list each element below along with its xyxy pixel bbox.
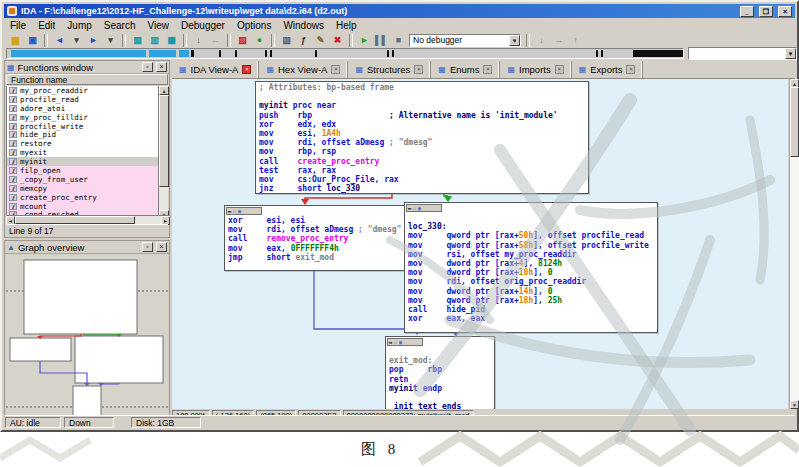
function-icon-toolbar[interactable]: ƒ [296,34,311,47]
tab-close-icon[interactable]: × [414,65,423,74]
functions-panel-titlebar[interactable]: ▦ Functions window ▫ × [5,61,169,74]
tab-close-icon[interactable]: × [555,65,564,74]
node-frame-icon[interactable]: ▫ [394,339,397,345]
navband-scale-combo[interactable]: ▼ [688,47,797,60]
menu-help[interactable]: Help [330,20,363,31]
tab-enums[interactable]: ▦Enums× [431,61,500,78]
graph-vertical-scrollbar[interactable]: ▲ ▼ [789,79,799,409]
breakpoints-icon[interactable]: ▧ [279,34,294,47]
scrollbar-thumb[interactable] [790,87,799,157]
node-color-icon[interactable]: ▣ [399,339,402,345]
menu-windows[interactable]: Windows [277,20,330,31]
node-collapse-icon[interactable]: ▬ [389,339,392,345]
tab-close-icon[interactable]: × [242,65,251,74]
tab-exports[interactable]: ▦Exports× [572,61,644,78]
cancel-icon[interactable]: ✖ [330,34,345,47]
menu-debugger[interactable]: Debugger [175,20,231,31]
basic-block-myinit-entry[interactable]: ; Attributes: bp-based frame myinit proc… [255,81,589,194]
node-titlebar[interactable]: ▬▫▣ [406,204,442,212]
jump-window-icon[interactable]: ▤ [130,34,145,47]
node-titlebar[interactable]: ▬▫▣ [226,207,262,215]
start-process-icon[interactable]: ► [357,34,372,47]
menu-file[interactable]: File [4,20,32,31]
close-icon[interactable]: × [156,62,167,72]
node-frame-icon[interactable]: ▫ [413,205,416,211]
dock-icon[interactable]: ▫ [142,242,153,252]
function-row-restore[interactable]: frestore [7,139,161,148]
function-row-procfile_read[interactable]: fprocfile_read [7,95,161,104]
overview-panel-titlebar[interactable]: ▲ Graph overview ▫ × [5,241,169,254]
node-collapse-icon[interactable]: ▬ [228,208,231,214]
menu-options[interactable]: Options [231,20,277,31]
combo-dropdown-icon[interactable]: ▼ [785,48,796,59]
minimize-button[interactable]: _ [740,6,754,17]
forward-dropdown-icon[interactable]: ▾ [103,34,118,47]
desktop-icon[interactable]: ▦ [164,34,179,47]
tab-close-icon[interactable]: × [626,65,635,74]
stop-process-icon[interactable]: ■ [391,34,406,47]
save-icon[interactable]: ▣ [25,34,40,47]
combo-dropdown-icon[interactable]: ▼ [509,35,520,46]
basic-block-loc-330[interactable]: ▬▫▣ loc_330:mov qword ptr [rax+50h], off… [404,202,658,333]
function-row-memcpy[interactable]: fmemcpy [7,184,161,193]
scroll-down-icon[interactable]: ▼ [790,400,799,409]
undo-jump-icon[interactable]: ← [208,34,223,47]
debugger-selector-combo[interactable]: No debugger▼ [409,34,521,47]
pause-process-icon[interactable]: ▌▌ [374,34,389,47]
function-row-_copy_from_user[interactable]: f_copy_from_user [7,175,161,184]
function-row-my_proc_filldir[interactable]: fmy_proc_filldir [7,113,161,122]
windows-list-icon[interactable]: ▥ [147,34,162,47]
node-color-icon[interactable]: ▣ [238,208,241,214]
close-button[interactable]: × [778,6,792,17]
open-file-icon[interactable]: ▆ [8,34,23,47]
node-frame-icon[interactable]: ▫ [233,208,236,214]
step-into-icon[interactable]: ↓ [534,34,549,47]
function-row-myexit[interactable]: fmyexit [7,148,161,157]
menu-search[interactable]: Search [98,20,142,31]
node-titlebar[interactable]: ▬▫▣ [387,338,423,346]
dock-icon[interactable]: ▫ [142,62,153,72]
function-row-myinit[interactable]: fmyinit [7,157,161,166]
function-row-create_proc_entry[interactable]: fcreate_proc_entry [7,193,161,202]
function-row-hide_pid[interactable]: fhide_pid [7,130,161,139]
run-until-return-icon[interactable]: ↑ [568,34,583,47]
functions-vertical-scrollbar[interactable]: ▲ ▼ [158,86,168,219]
basic-block-error-path[interactable]: ▬▫▣xor esi, esimov rdi, offset aDmesg ; … [224,205,406,271]
menu-jump[interactable]: Jump [61,20,97,31]
tab-ida-view-a[interactable]: ▦IDA View-A× [172,61,259,78]
scroll-up-icon[interactable]: ▲ [159,86,169,95]
graph-overview-canvas[interactable] [6,255,168,415]
tab-imports[interactable]: ▦Imports× [500,61,571,78]
menu-edit[interactable]: Edit [32,20,61,31]
function-row-adore_atoi[interactable]: fadore_atoi [7,104,161,113]
basic-block-exit-mod[interactable]: ▬▫▣ exit_mod:pop rbpretnmyinit endp _ini… [385,336,495,409]
menu-view[interactable]: View [142,20,176,31]
tab-close-icon[interactable]: × [483,65,492,74]
functions-horizontal-scrollbar[interactable]: ◄ ► [6,215,170,224]
function-row-procfile_write[interactable]: fprocfile_write [7,122,161,131]
graph-view[interactable]: ; Attributes: bp-based frame myinit proc… [172,79,788,409]
scrollbar-thumb[interactable] [159,95,169,187]
scrollbar-thumb[interactable] [15,216,135,224]
function-row-my_proc_readdir[interactable]: fmy_proc_readdir [7,86,161,95]
tab-close-icon[interactable]: × [331,65,340,74]
function-row-filp_open[interactable]: ffilp_open [7,166,161,175]
title-bar[interactable]: IDA - F:\challenge12\2012-HF_Challenge-1… [4,4,795,18]
back-dropdown-icon[interactable]: ▾ [69,34,84,47]
tab-structures[interactable]: ▦Structures× [348,61,431,78]
run-analysis-icon[interactable]: ● [252,34,267,47]
node-color-icon[interactable]: ▣ [418,205,421,211]
forward-icon[interactable]: ► [86,34,101,47]
script-icon[interactable]: ✎ [313,34,328,47]
node-collapse-icon[interactable]: ▬ [408,205,411,211]
tab-hex-view-a[interactable]: ▦Hex View-A× [259,61,348,78]
function-name-column-header[interactable]: Function name [6,74,168,85]
restore-button[interactable]: ❐ [759,6,773,17]
navigation-band[interactable] [6,48,684,59]
colors-icon[interactable]: ▨ [235,34,250,47]
jump-address-icon[interactable]: ↓ [191,34,206,47]
close-icon[interactable]: × [156,242,167,252]
step-over-icon[interactable]: → [551,34,566,47]
back-icon[interactable]: ◄ [52,34,67,47]
function-row-mcount[interactable]: fmcount [7,202,161,211]
